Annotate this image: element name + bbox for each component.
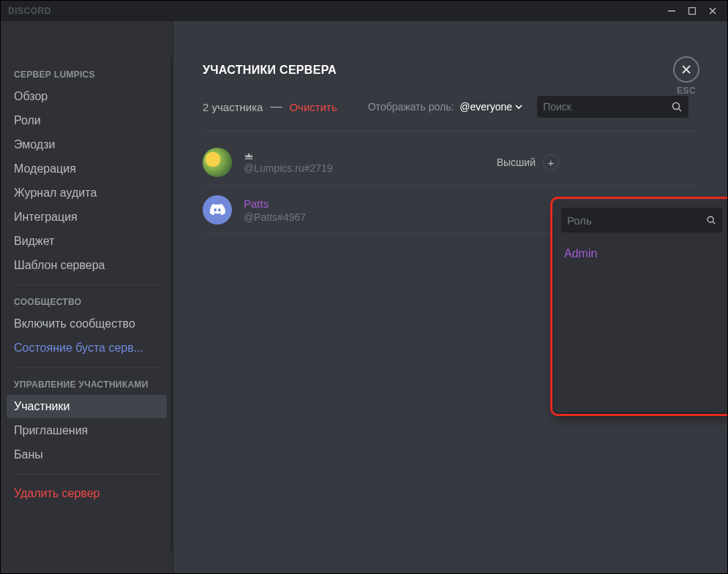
role-option-admin[interactable]: Admin <box>561 243 722 265</box>
member-highest-role-label: Высший <box>497 156 536 168</box>
sidebar-header-user-management: Управление участниками <box>7 375 167 394</box>
role-picker-popover: Admin <box>554 200 728 412</box>
role-search-box[interactable] <box>561 208 722 233</box>
member-tag: @Lumpics.ru#2719 <box>244 162 346 174</box>
discord-logo-icon <box>209 202 225 218</box>
role-filter-label: Отображать роль: <box>368 101 454 113</box>
sidebar-item-enable-community[interactable]: Включить сообщество <box>7 312 167 336</box>
sidebar-item-moderation[interactable]: Модерация <box>7 157 167 181</box>
maximize-icon <box>688 7 697 15</box>
svg-line-9 <box>713 222 715 224</box>
sidebar-item-overview[interactable]: Обзор <box>7 85 167 108</box>
member-row[interactable]: @Lumpics.ru#2719 Высший + <box>203 139 698 186</box>
svg-rect-1 <box>689 8 696 15</box>
app-brand: DISCORD <box>8 6 51 16</box>
window-close-button[interactable] <box>702 3 723 19</box>
sidebar-item-template[interactable]: Шаблон сервера <box>7 254 167 277</box>
window-titlebar: DISCORD <box>1 1 727 21</box>
add-role-button[interactable]: + <box>543 154 559 170</box>
sidebar-item-emoji[interactable]: Эмодзи <box>7 133 167 156</box>
window-maximize-button[interactable] <box>682 3 702 19</box>
sidebar-item-boost-status[interactable]: Состояние буста серв... <box>7 336 167 360</box>
owner-crown-icon <box>244 151 254 161</box>
sidebar-header-server: СЕРВЕР LUMPICS <box>7 65 167 84</box>
sidebar-item-bans[interactable]: Баны <box>7 443 167 467</box>
sidebar-separator <box>12 474 161 475</box>
close-icon <box>680 64 692 75</box>
svg-point-8 <box>708 216 713 222</box>
avatar <box>203 148 232 177</box>
member-display-name: Patts <box>244 197 346 210</box>
minimize-icon <box>667 7 676 15</box>
sidebar-item-audit-log[interactable]: Журнал аудита <box>7 181 167 205</box>
svg-point-6 <box>673 103 680 110</box>
sidebar-item-roles[interactable]: Роли <box>7 109 167 132</box>
svg-line-7 <box>679 109 682 112</box>
chevron-down-icon <box>515 103 522 110</box>
close-icon <box>708 7 717 15</box>
search-icon <box>671 101 683 113</box>
main-content: ESC Участники сервера 2 участника — Очис… <box>173 21 727 573</box>
member-search-box[interactable] <box>537 96 688 118</box>
window-minimize-button[interactable] <box>661 3 682 19</box>
avatar <box>203 195 232 224</box>
clear-members-link[interactable]: Очистить <box>289 101 337 113</box>
sidebar-separator <box>12 367 161 368</box>
member-search-input[interactable] <box>543 101 671 113</box>
role-search-input[interactable] <box>567 214 706 227</box>
esc-label: ESC <box>677 86 696 96</box>
sidebar-separator <box>12 284 161 285</box>
sidebar-item-integrations[interactable]: Интеграция <box>7 205 167 229</box>
role-filter-dropdown[interactable]: @everyone <box>459 101 522 113</box>
sidebar-header-community: Сообщество <box>7 292 167 311</box>
search-icon <box>706 214 716 226</box>
member-tag: @Patts#4967 <box>244 211 346 223</box>
sidebar-item-members[interactable]: Участники <box>7 395 167 418</box>
member-name-line <box>244 151 346 161</box>
sidebar-item-widget[interactable]: Виджет <box>7 230 167 253</box>
close-settings-button[interactable] <box>673 56 699 83</box>
member-count: 2 участника <box>203 101 263 113</box>
sidebar-item-invites[interactable]: Приглашения <box>7 419 167 442</box>
members-toolbar: 2 участника — Очистить Отображать роль: … <box>203 96 698 132</box>
page-title: Участники сервера <box>203 64 698 77</box>
settings-sidebar: СЕРВЕР LUMPICS Обзор Роли Эмодзи Модерац… <box>1 21 173 573</box>
sidebar-item-delete-server[interactable]: Удалить сервер <box>7 482 167 505</box>
